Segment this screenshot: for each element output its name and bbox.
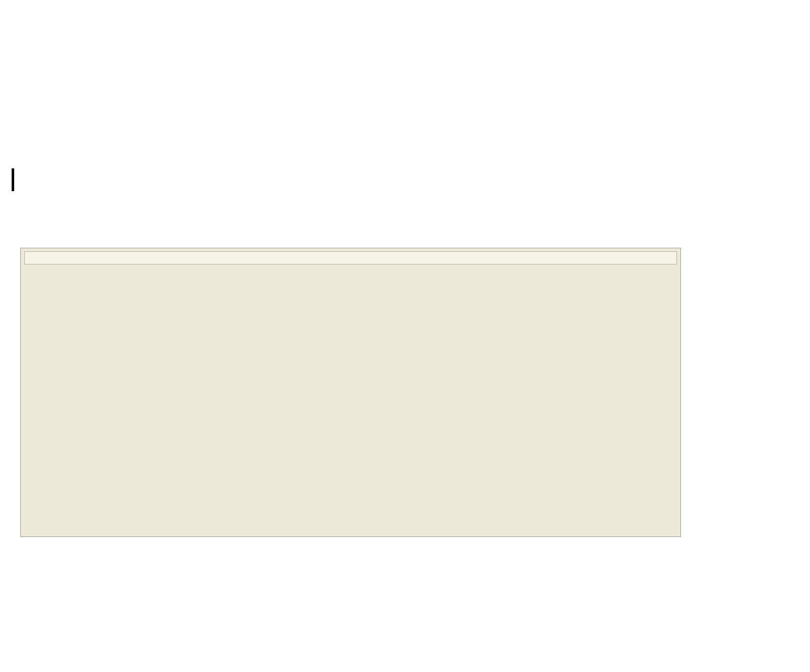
document-page xyxy=(0,0,810,672)
chromatogram-plot xyxy=(21,248,681,537)
chromatogram-titlebar xyxy=(24,251,677,264)
page-content xyxy=(0,0,810,672)
chromatogram-panel xyxy=(20,248,681,537)
text-cursor-artifact xyxy=(12,168,14,191)
